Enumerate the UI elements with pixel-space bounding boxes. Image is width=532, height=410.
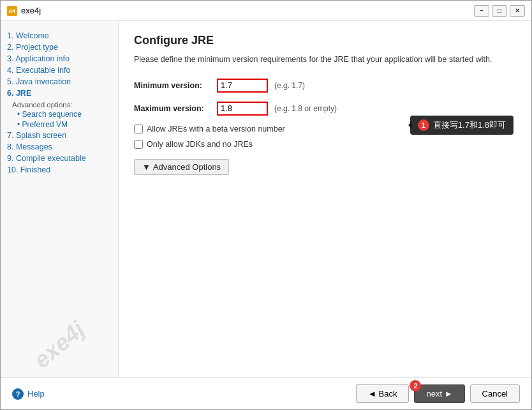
min-version-hint: (e.g. 1.7)	[274, 81, 305, 90]
sidebar-item-messages[interactable]: 8. Messages	[7, 141, 112, 153]
title-bar: e4 exe4j − □ ✕	[1, 1, 531, 21]
footer-buttons: ◄ Back 2 next ► Cancel	[356, 384, 520, 403]
tooltip-text: 直接写1.7和1.8即可	[433, 119, 506, 131]
max-version-row: Maximum version: (e.g. 1.8 or empty)	[134, 102, 516, 116]
help-area[interactable]: ? Help	[12, 388, 45, 400]
advanced-options-label: Advanced Options	[153, 162, 221, 172]
tooltip-bubble: 1 直接写1.7和1.8即可	[410, 116, 514, 135]
max-version-input[interactable]	[217, 102, 268, 116]
app-icon-text: e4	[9, 8, 15, 14]
page-description: Please define the minimum version requir…	[134, 54, 516, 66]
sidebar-item-search-sequence[interactable]: • Search sequence	[12, 109, 112, 119]
close-button[interactable]: ✕	[510, 5, 525, 17]
advanced-options-arrow-icon: ▼	[142, 162, 151, 172]
jdk-only-checkbox-row: Only allow JDKs and no JREs	[134, 140, 516, 149]
sidebar-item-welcome[interactable]: 1. Welcome	[7, 30, 112, 42]
app-window: e4 exe4j − □ ✕ 1. Welcome 2. Project typ…	[0, 0, 532, 410]
app-icon: e4	[7, 6, 17, 16]
page-title: Configure JRE	[134, 34, 516, 47]
title-bar-left: e4 exe4j	[7, 6, 41, 16]
sidebar-watermark: exe4j	[6, 297, 113, 377]
sidebar-item-java-invocation[interactable]: 5. Java invocation	[7, 76, 112, 87]
sidebar-item-jre[interactable]: 6. JRE	[7, 87, 112, 99]
sidebar-item-finished[interactable]: 10. Finished	[7, 164, 112, 176]
minimize-button[interactable]: −	[474, 5, 489, 17]
title-bar-controls: − □ ✕	[474, 5, 525, 17]
footer: ? Help ◄ Back 2 next ► Cancel	[1, 377, 531, 409]
max-version-label: Maximum version:	[134, 104, 217, 113]
sidebar-item-compile[interactable]: 9. Compile executable	[7, 153, 112, 164]
sidebar-advanced-options-group: Advanced options: • Search sequence • Pr…	[7, 100, 112, 130]
content-area: 1. Welcome 2. Project type 3. Applicatio…	[1, 21, 531, 377]
next-badge: 2	[410, 380, 421, 391]
next-button[interactable]: 2 next ►	[414, 384, 464, 403]
jdk-only-checkbox[interactable]	[134, 140, 143, 149]
sidebar-advanced-label: Advanced options:	[12, 100, 112, 109]
back-button[interactable]: ◄ Back	[356, 384, 409, 403]
min-version-row: Minimum version: (e.g. 1.7)	[134, 79, 516, 93]
min-version-input[interactable]	[217, 79, 268, 93]
max-version-hint: (e.g. 1.8 or empty)	[274, 104, 337, 113]
sidebar-item-splash[interactable]: 7. Splash screen	[7, 130, 112, 141]
jdk-only-label: Only allow JDKs and no JREs	[147, 140, 253, 149]
maximize-button[interactable]: □	[492, 5, 507, 17]
help-icon: ?	[12, 388, 24, 400]
next-label: next ►	[426, 389, 452, 399]
main-content: Configure JRE Please define the minimum …	[119, 21, 531, 377]
sidebar: 1. Welcome 2. Project type 3. Applicatio…	[1, 21, 119, 377]
sidebar-item-preferred-vm[interactable]: • Preferred VM	[12, 119, 112, 130]
beta-version-label: Allow JREs with a beta version number	[147, 125, 285, 133]
beta-version-checkbox[interactable]	[134, 125, 143, 133]
window-title: exe4j	[21, 6, 41, 15]
sidebar-item-app-info[interactable]: 3. Application info	[7, 53, 112, 65]
help-label: Help	[27, 389, 45, 399]
min-version-label: Minimum version:	[134, 81, 217, 90]
cancel-button[interactable]: Cancel	[470, 384, 520, 403]
advanced-options-button[interactable]: ▼ Advanced Options	[134, 159, 229, 175]
sidebar-item-exe-info[interactable]: 4. Executable info	[7, 65, 112, 76]
sidebar-item-project-type[interactable]: 2. Project type	[7, 42, 112, 53]
tooltip-badge: 1	[418, 119, 429, 131]
